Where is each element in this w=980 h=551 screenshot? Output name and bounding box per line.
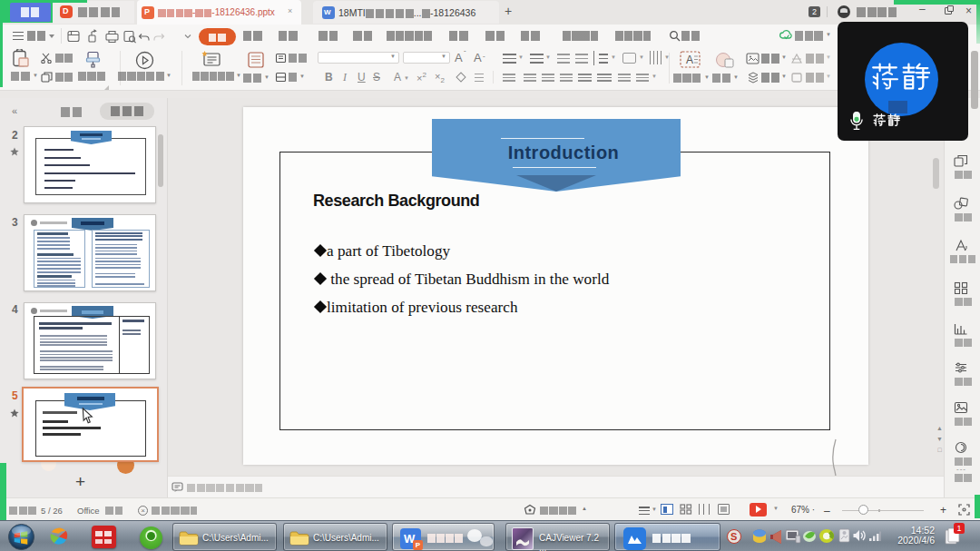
svg-text:A: A bbox=[686, 54, 693, 66]
